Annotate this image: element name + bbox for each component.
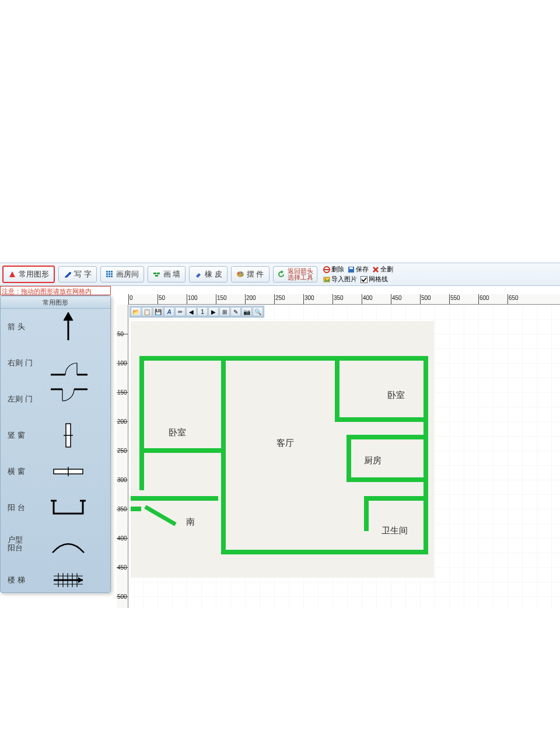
palette-item-door-right[interactable]: 右则 门: [1, 345, 110, 381]
mini-tool-8[interactable]: ▶: [208, 307, 219, 316]
room-label-bedroom1: 卧室: [169, 427, 186, 438]
svg-rect-3: [106, 273, 108, 275]
draw-room-button[interactable]: 画房间: [100, 266, 144, 282]
canvas-mini-toolbar: 📂 📋 💾 A ✏ ◀ 1 ▶ ⊞ ✎ 📷 🔍: [130, 306, 264, 317]
return-arrow-button[interactable]: 返回箭头 选择工具: [273, 266, 317, 282]
arrow-icon: [45, 312, 92, 341]
toolbar-right-group: 删除 保存 全删 导入图片 网格线: [323, 265, 393, 284]
floor-plan: 卧室 卧室 客厅 厨房 卫生间 南: [131, 321, 434, 578]
svg-rect-0: [106, 271, 108, 273]
svg-rect-8: [111, 275, 113, 277]
palette-item-label: 左则 门: [8, 395, 37, 403]
palette-item-label: 右则 门: [8, 359, 37, 367]
eraser-label: 橡 皮: [205, 269, 222, 280]
checkbox-icon: [360, 276, 368, 283]
grid-lines-checkbox[interactable]: 网格线: [360, 275, 388, 284]
svg-rect-11: [155, 275, 158, 277]
vwindow-icon: [45, 421, 92, 450]
write-text-button[interactable]: 写 字: [58, 266, 97, 282]
furniture-button[interactable]: 摆 件: [231, 266, 270, 282]
wall-segment: [346, 435, 351, 481]
image-icon: [323, 276, 330, 283]
delete-button[interactable]: 删除: [323, 265, 344, 274]
horizontal-ruler: 050100150200250300350400450500550600650: [128, 294, 560, 305]
common-shapes-button[interactable]: 常用图形: [2, 266, 55, 283]
svg-point-15: [241, 274, 243, 276]
wall-segment: [346, 477, 427, 482]
vertical-ruler: 50100150200250300350400450500: [117, 305, 128, 608]
delete-all-button[interactable]: 全删: [372, 265, 393, 274]
wall-segment: [139, 448, 224, 453]
palette-icon: [236, 270, 244, 278]
palette-item-balcony[interactable]: 阳 台: [1, 490, 110, 526]
palette-item-stairs[interactable]: 楼 梯: [1, 562, 110, 598]
palette-item-arc-balcony[interactable]: 户型 阳台: [1, 526, 110, 562]
save-label: 保存: [356, 265, 369, 274]
wall-segment: [364, 496, 427, 501]
delete-all-label: 全删: [380, 265, 393, 274]
svg-point-12: [237, 271, 244, 277]
door-left-icon: [45, 385, 92, 414]
wall-segment: [139, 356, 144, 490]
wall-segment: [221, 356, 226, 452]
save-button[interactable]: 保存: [348, 265, 369, 274]
wall-segment: [131, 507, 141, 511]
wall-segment: [335, 356, 340, 420]
room-label-bathroom: 卫生间: [382, 525, 408, 536]
room-label-living: 客厅: [276, 438, 294, 449]
draw-wall-label: 画 墙: [163, 269, 181, 280]
palette-title: 常用图形: [1, 297, 110, 309]
arc-balcony-icon: [45, 529, 92, 558]
mini-tool-10[interactable]: ✎: [230, 307, 241, 316]
svg-rect-4: [108, 273, 110, 275]
delete-label: 删除: [331, 265, 344, 274]
common-shapes-label: 常用图形: [19, 269, 49, 280]
mini-tool-11[interactable]: 📷: [242, 307, 252, 316]
wall-segment: [131, 496, 218, 501]
svg-rect-19: [349, 267, 353, 269]
stairs-icon: [45, 566, 92, 595]
write-text-label: 写 字: [74, 269, 92, 280]
palette-item-label: 阳 台: [8, 504, 37, 512]
door-right-icon: [45, 348, 92, 378]
palette-item-vwindow[interactable]: 竖 窗: [1, 417, 110, 453]
palette-item-hwindow[interactable]: 横 窗: [1, 453, 110, 490]
return-arrow-label2: 选择工具: [288, 274, 313, 281]
balcony-icon: [45, 493, 92, 522]
mini-tool-6[interactable]: ◀: [186, 307, 197, 316]
mini-tool-12[interactable]: 🔍: [253, 307, 263, 316]
pencil-icon: [64, 270, 72, 278]
shapes-icon: [8, 270, 16, 278]
mini-tool-5[interactable]: ✏: [175, 307, 186, 316]
x-icon: [372, 266, 379, 273]
mini-tool-2[interactable]: 📋: [142, 307, 152, 316]
mini-tool-9[interactable]: ⊞: [219, 307, 230, 316]
workspace: 注意：拖动的图形请放在网格内 常用图形 箭 头 右则 门 左则 门 竖 窗 横 …: [0, 286, 560, 747]
room-label-bedroom2: 卧室: [387, 390, 405, 401]
eraser-icon: [194, 270, 202, 278]
mini-tool-3[interactable]: 💾: [153, 307, 163, 316]
hwindow-icon: [45, 457, 92, 486]
canvas-area: 050100150200250300350400450500550600650 …: [117, 286, 560, 613]
eraser-button[interactable]: 橡 皮: [189, 266, 228, 282]
palette-item-label: 竖 窗: [8, 431, 37, 439]
svg-rect-2: [111, 271, 113, 273]
svg-rect-9: [153, 273, 156, 274]
palette-item-arrow[interactable]: 箭 头: [1, 309, 110, 345]
import-image-label: 导入图片: [331, 275, 357, 284]
grid-icon: [106, 270, 114, 278]
mini-tool-7[interactable]: 1: [197, 307, 208, 316]
mini-tool-1[interactable]: 📂: [131, 307, 141, 316]
wall-segment: [364, 496, 369, 531]
palette-item-door-left[interactable]: 左则 门: [1, 381, 110, 417]
refresh-icon: [277, 270, 285, 278]
drawing-canvas[interactable]: 📂 📋 💾 A ✏ ◀ 1 ▶ ⊞ ✎ 📷 🔍: [128, 305, 560, 608]
import-image-button[interactable]: 导入图片: [323, 275, 357, 284]
draw-wall-button[interactable]: 画 墙: [148, 266, 186, 282]
svg-rect-5: [111, 273, 113, 275]
wall-segment: [144, 505, 176, 526]
furniture-label: 摆 件: [247, 269, 264, 280]
svg-rect-7: [108, 275, 110, 277]
shapes-palette: 常用图形 箭 头 右则 门 左则 门 竖 窗 横 窗: [0, 295, 111, 593]
mini-tool-4[interactable]: A: [164, 307, 174, 316]
